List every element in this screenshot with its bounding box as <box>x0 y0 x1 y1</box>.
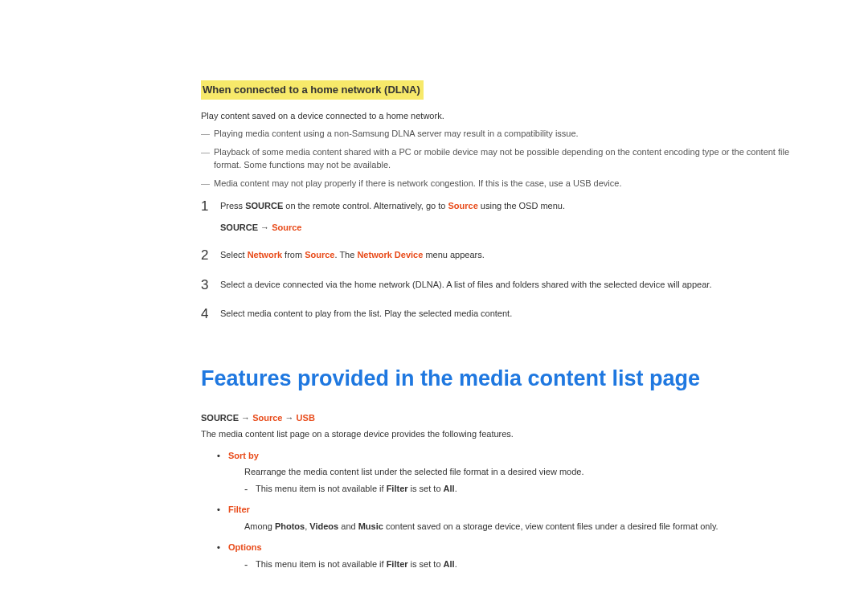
text: . The <box>334 250 357 260</box>
bold-text: Music <box>358 521 383 531</box>
dlna-note: Playing media content using a non-Samsun… <box>201 127 796 141</box>
features-heading: Features provided in the media content l… <box>201 362 796 395</box>
feature-note: This menu item is not available if Filte… <box>244 482 796 496</box>
dlna-steps: 1 Press SOURCE on the remote control. Al… <box>201 199 796 322</box>
features-path: SOURCE → Source → USB <box>201 411 796 425</box>
red-text: Network <box>248 250 282 260</box>
bold-text: All <box>444 559 455 569</box>
text: This menu item is not available if <box>256 484 387 493</box>
text: and <box>338 521 358 531</box>
bold-text: Photos <box>275 521 305 531</box>
text: using the OSD menu. <box>478 201 565 210</box>
feature-label: Sort by <box>228 451 259 460</box>
red-text: Source <box>305 250 334 260</box>
dlna-title: When connected to a home network (DLNA) <box>201 80 424 100</box>
text: Select <box>220 250 248 260</box>
dlna-section: When connected to a home network (DLNA) … <box>201 80 796 322</box>
step-4: 4 Select media content to play from the … <box>201 307 796 322</box>
path-source: SOURCE <box>220 223 258 232</box>
features-intro: The media content list page on a storage… <box>201 427 796 441</box>
text: Press <box>220 201 245 210</box>
red-text: Source <box>448 201 478 210</box>
path-arrow: → <box>282 413 296 423</box>
path-arrow: → <box>258 223 272 232</box>
text: on the remote control. Alternatively, go… <box>283 201 448 210</box>
text: is set to <box>408 484 444 493</box>
text: This menu item is not available if <box>256 559 387 569</box>
step-path: SOURCE → Source <box>220 221 796 235</box>
path-usb-red: USB <box>297 413 315 423</box>
dlna-intro: Play content saved on a device connected… <box>201 109 796 123</box>
text: . <box>455 484 457 493</box>
step-number: 2 <box>201 248 220 264</box>
step-3: 3 Select a device connected via the home… <box>201 278 796 293</box>
path-source-red: Source <box>252 413 282 423</box>
feature-filter: Filter <box>217 503 796 517</box>
dlna-note: Playback of some media content shared wi… <box>201 145 796 172</box>
dlna-note: Media content may not play properly if t… <box>201 177 796 190</box>
text: is set to <box>408 559 444 569</box>
text: Among <box>244 521 275 531</box>
bold-text: Videos <box>309 521 338 531</box>
step-body: Select media content to play from the li… <box>220 307 796 321</box>
feature-desc: Rearrange the media content list under t… <box>244 465 796 479</box>
feature-sortby: Sort by <box>217 449 796 463</box>
step-number: 1 <box>201 199 220 215</box>
bold-text: All <box>444 484 455 493</box>
feature-label: Options <box>228 542 262 552</box>
step-body: Select Network from Source. The Network … <box>220 248 796 262</box>
features-list: Sort by Rearrange the media content list… <box>201 449 796 571</box>
path-source-bold: SOURCE <box>201 413 239 423</box>
step-2: 2 Select Network from Source. The Networ… <box>201 248 796 264</box>
dlna-notes: Playing media content using a non-Samsun… <box>201 127 796 190</box>
feature-note: This menu item is not available if Filte… <box>244 558 796 571</box>
step-number: 3 <box>201 278 220 293</box>
feature-desc: Among Photos, Videos and Music content s… <box>244 520 796 533</box>
red-text: Network Device <box>357 250 423 260</box>
path-arrow: → <box>239 413 252 423</box>
feature-options: Options <box>217 541 796 554</box>
step-body: Select a device connected via the home n… <box>220 278 796 292</box>
path-source-red: Source <box>272 223 301 232</box>
step-body: Press SOURCE on the remote control. Alte… <box>220 199 796 234</box>
bold-text: Filter <box>387 559 408 569</box>
text: from <box>282 250 305 260</box>
bold-text: SOURCE <box>245 201 283 210</box>
text: menu appears. <box>423 250 484 260</box>
feature-label: Filter <box>228 505 250 514</box>
bold-text: Filter <box>387 484 408 493</box>
text: content saved on a storage device, view … <box>383 521 719 531</box>
text: . <box>455 559 457 569</box>
step-number: 4 <box>201 307 220 322</box>
step-1: 1 Press SOURCE on the remote control. Al… <box>201 199 796 234</box>
